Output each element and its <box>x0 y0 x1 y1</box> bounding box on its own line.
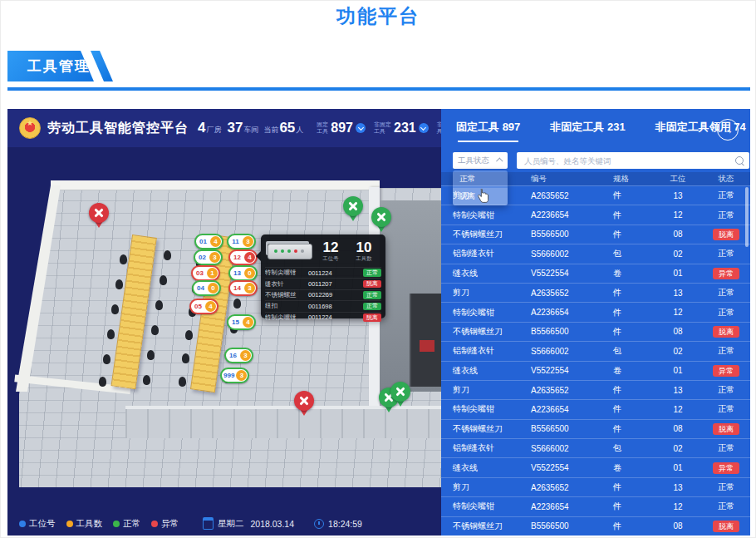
legend-item: 工位号 <box>19 518 56 530</box>
popup-tool-row: 特制尖嘴钳 0011224 正常 <box>265 267 381 278</box>
status-badge: 正常 <box>718 210 734 220</box>
tools-pin[interactable] <box>294 391 314 417</box>
tool-status-dropdown[interactable]: 工具状态 <box>453 152 508 169</box>
table-row[interactable]: 铝制缝衣针 S5666002 包 02 正常 <box>441 341 750 360</box>
status-badge: 异常 <box>713 462 739 474</box>
status-badge: 正常 <box>718 385 734 394</box>
legend-item: 正常 <box>113 518 140 530</box>
table-row[interactable]: 特制尖嘴钳 A2236654 件 12 正常 <box>441 205 750 224</box>
table-row[interactable]: 特制尖嘴钳 A2236654 件 12 正常 <box>441 399 750 418</box>
status-badge: 正常 <box>363 269 381 277</box>
status-badge: 脱离 <box>713 423 739 435</box>
legend-dot <box>113 521 120 527</box>
tools-pin[interactable] <box>343 196 363 222</box>
station-popup: 12 工位号 10 工具数 特制尖嘴钳 001122 <box>261 234 385 318</box>
popup-tool-row: 不锈钢螺丝 0012269 正常 <box>265 289 381 300</box>
tool-tab[interactable]: 固定工具 897 <box>456 120 520 142</box>
search-box <box>517 152 749 169</box>
search-icon[interactable] <box>735 156 744 165</box>
screenshot-frame: 功能平台 工具管理 劳动工具智能管控平台 4厂房37车间当前65人 固定工具 8… <box>0 0 756 538</box>
tool-tab[interactable]: 非固定工具 231 <box>550 120 625 142</box>
tools-pin[interactable] <box>371 207 391 233</box>
dropdown-option[interactable]: 正常 <box>453 170 508 188</box>
monitor-panel: 劳动工具智能管控平台 4厂房37车间当前65人 固定工具 897 非固定 <box>7 109 441 536</box>
status-badge: 脱离 <box>713 229 739 240</box>
table-row[interactable]: 缝衣线 V5522554 卷 01 异常 <box>441 361 750 380</box>
status-badge: 正常 <box>718 404 734 413</box>
popup-tool-row: 缝衣针 0011207 脱离 <box>265 278 381 289</box>
status-badge: 脱离 <box>363 280 381 289</box>
legend: 工位号 工具数 正常 <box>19 518 189 530</box>
table-row[interactable]: 不锈钢螺丝刀 B5566500 件 08 脱离 <box>441 419 750 438</box>
status-badge: 正常 <box>718 501 734 511</box>
crossed-tools-icon <box>343 196 363 216</box>
crossed-tools-icon <box>390 382 410 402</box>
crossed-tools-icon <box>89 203 109 223</box>
clock-icon <box>314 519 324 529</box>
crossed-tools-icon <box>294 391 314 411</box>
hand-cursor-icon <box>478 189 489 206</box>
monitor-footer: 工位号 工具数 正常 <box>19 517 434 530</box>
table-body: 剪刀 A2635652 件 13 正常 特制尖嘴钳 A2236654 件 12 … <box>441 185 750 536</box>
table-row[interactable]: 特制尖嘴钳 A2236654 件 12 正常 <box>441 496 750 516</box>
status-badge: 正常 <box>718 288 734 297</box>
tool-tabs: 固定工具 897 非固定工具 231 非固定工具领用 74 <box>441 109 750 142</box>
status-badge: 正常 <box>718 482 734 491</box>
date-text: 2018.03.14 <box>251 519 295 529</box>
table-row[interactable]: 剪刀 A2635652 件 13 正常 <box>441 380 750 399</box>
table-row[interactable]: 铝制缝衣针 S5666002 包 02 正常 <box>441 438 750 457</box>
main-panel: 劳动工具智能管控平台 4厂房37车间当前65人 固定工具 897 非固定 <box>7 109 750 536</box>
tool-table-panel: 固定工具 897 非固定工具 231 非固定工具领用 74 → 工具状态 <box>441 109 750 536</box>
filter-row: 工具状态 <box>453 152 749 169</box>
popup-tool-list: 特制尖嘴钳 0011224 正常 缝衣针 0011207 脱离 <box>261 264 385 323</box>
table-row[interactable]: 不锈钢螺丝刀 B5566500 件 08 脱离 <box>441 225 750 244</box>
legend-dot <box>19 521 26 527</box>
tools-pin[interactable] <box>89 203 109 229</box>
time-text: 18:24:59 <box>328 519 362 529</box>
status-badge: 正常 <box>718 443 734 452</box>
scrollbar-thumb[interactable] <box>745 187 749 247</box>
table-row[interactable]: 铝制缝衣针 S5666002 包 02 正常 <box>441 244 750 263</box>
popup-toolcount: 10 工具数 <box>349 240 379 263</box>
section-banner: 工具管理 <box>7 51 104 81</box>
status-badge: 正常 <box>363 291 381 299</box>
banner-stripe-decoration <box>91 51 115 81</box>
page-title: 功能平台 <box>1 3 755 29</box>
status-badge: 正常 <box>718 346 734 355</box>
legend-dot <box>66 521 73 527</box>
status-badge: 异常 <box>713 268 739 279</box>
table-row[interactable]: 缝衣线 V5522554 卷 01 异常 <box>441 457 750 476</box>
status-badge: 正常 <box>718 308 734 317</box>
tool-box-icon <box>268 244 312 259</box>
table-row[interactable]: 不锈钢螺丝刀 B5566500 件 08 脱离 <box>441 516 750 536</box>
popup-station: 12 工位号 <box>316 240 346 263</box>
status-badge: 异常 <box>713 365 739 377</box>
chevron-up-icon <box>496 157 503 164</box>
warehouse-map: 01 4 02 3 03 1 <box>7 147 441 536</box>
weekday-text: 星期二 <box>218 518 244 530</box>
legend-item: 异常 <box>151 518 179 530</box>
status-badge: 脱离 <box>363 313 381 322</box>
banner-underline <box>7 87 750 91</box>
popup-tool-row: 特制尖嘴钳 0011224 脱离 <box>265 312 381 323</box>
table-row[interactable]: 剪刀 A2635652 件 13 正常 <box>441 283 750 302</box>
status-badge: 正常 <box>363 303 381 311</box>
legend-item: 工具数 <box>66 518 103 530</box>
arrow-right-button[interactable]: → <box>717 119 739 141</box>
status-badge: 脱离 <box>713 521 739 532</box>
crossed-tools-icon <box>371 207 391 227</box>
calendar-icon <box>203 517 214 530</box>
search-input[interactable] <box>523 155 735 166</box>
table-row[interactable]: 特制尖嘴钳 A2236654 件 12 正常 <box>441 302 750 321</box>
tools-pin[interactable] <box>390 382 410 407</box>
status-badge: 正常 <box>718 190 734 200</box>
table-row[interactable]: 缝衣线 V5522554 卷 01 异常 <box>441 264 750 283</box>
status-badge: 正常 <box>718 249 734 258</box>
table-row[interactable]: 剪刀 A2635652 件 13 正常 <box>441 477 750 496</box>
status-badge: 脱离 <box>713 326 739 338</box>
section-banner-label: 工具管理 <box>7 57 91 76</box>
popup-tool-row: 纽扣 0011698 正常 <box>265 300 381 311</box>
legend-dot <box>151 521 158 527</box>
table-row[interactable]: 不锈钢螺丝刀 B5566500 件 08 脱离 <box>441 322 750 341</box>
